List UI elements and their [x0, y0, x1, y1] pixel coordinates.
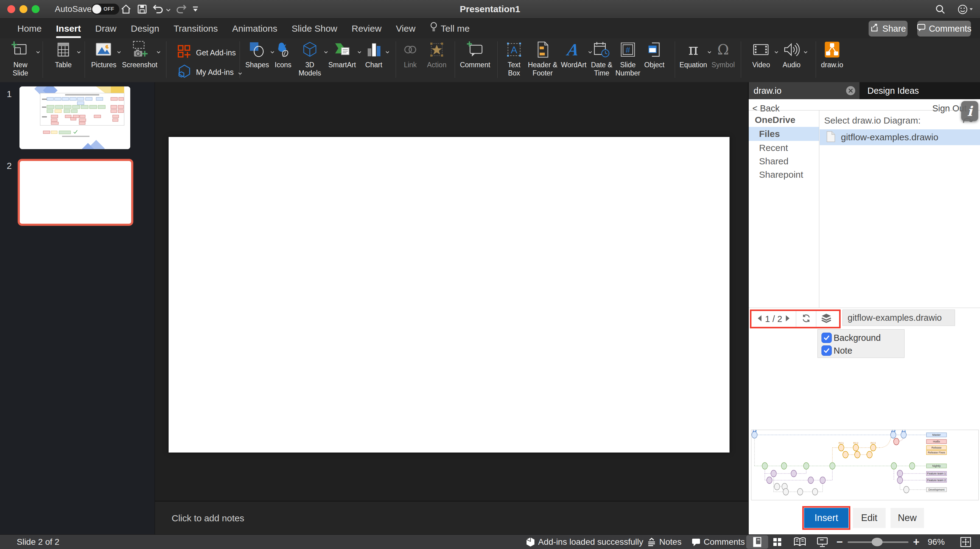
new-button[interactable]: New [891, 508, 924, 528]
notes-toggle[interactable]: Notes [647, 535, 681, 549]
zoom-slider-thumb[interactable] [872, 538, 883, 546]
info-button[interactable]: i [961, 101, 978, 121]
menu-insert[interactable]: Insert [56, 24, 81, 34]
sidebar-item-recent[interactable]: Recent [749, 141, 819, 155]
chevron-down-icon [385, 49, 390, 55]
ribbon-link-button[interactable]: Link [396, 41, 424, 69]
menu-view[interactable]: View [396, 24, 415, 34]
notes-area[interactable]: Click to add notes [154, 501, 748, 535]
ribbon-pictures-button[interactable]: Pictures [88, 41, 120, 69]
fit-slide-to-window-button[interactable] [958, 535, 973, 549]
zoom-level[interactable]: 96% [928, 535, 945, 549]
slide-2-thumbnail-selected[interactable] [18, 159, 133, 226]
layers-button[interactable] [816, 311, 836, 327]
table-icon [55, 41, 72, 60]
comments-icon [692, 538, 701, 547]
share-button[interactable]: Share [869, 21, 908, 37]
menu-transitions[interactable]: Transitions [173, 24, 218, 34]
ribbon-table-button[interactable]: Table [46, 41, 80, 69]
previous-page-icon[interactable] [757, 315, 762, 323]
menu-slide-show[interactable]: Slide Show [291, 24, 337, 34]
ribbon-equation-button[interactable]: π Equation [676, 41, 710, 69]
chart-icon [365, 41, 382, 60]
close-pane-icon[interactable] [845, 86, 856, 98]
sidebar-item-onedrive[interactable]: OneDrive [749, 113, 819, 127]
ribbon-get-add-ins-button[interactable]: Get Add-ins [177, 45, 236, 61]
note-checkbox-checked[interactable] [821, 345, 832, 356]
audio-icon [783, 41, 800, 60]
slide-sorter-view-button[interactable] [771, 535, 784, 549]
ribbon-action-button[interactable]: Action [422, 41, 451, 69]
ribbon-3d-models-button[interactable]: 3DModels [293, 41, 327, 77]
my-add-ins-icon [177, 64, 192, 80]
ribbon-header-footer-button[interactable]: Header &Footer [524, 41, 561, 77]
ribbon-screenshot-button[interactable]: Screenshot [121, 41, 159, 69]
slideshow-view-button[interactable] [815, 535, 830, 549]
menu-home[interactable]: Home [18, 24, 42, 34]
ribbon-new-slide-button[interactable]: NewSlide [2, 41, 39, 77]
lane-label: Release Fixes [928, 451, 945, 454]
normal-view-button[interactable] [746, 535, 768, 549]
menu-design[interactable]: Design [131, 24, 159, 34]
menu-tell-me[interactable]: Tell me [430, 22, 469, 35]
notes-icon [647, 538, 656, 547]
account-icon[interactable] [958, 4, 975, 16]
comment-bubble-icon [917, 23, 926, 34]
title-bar: AutoSave OFF Presentation1 [0, 0, 980, 19]
ribbon-object-button[interactable]: Object [640, 41, 669, 69]
slide-canvas[interactable] [169, 137, 730, 452]
lane-label: Hotfix [933, 440, 940, 443]
reading-view-button[interactable] [792, 535, 807, 549]
ribbon-my-add-ins-button[interactable]: My Add-ins [177, 64, 242, 80]
sidebar-item-shared[interactable]: Shared [749, 154, 819, 168]
next-page-icon[interactable] [785, 315, 790, 323]
note-option[interactable]: Note [821, 345, 852, 356]
slide-1-thumbnail[interactable] [19, 86, 130, 149]
sidebar-item-sharepoint[interactable]: Sharepoint [749, 168, 819, 182]
zoom-in-button[interactable]: + [913, 535, 920, 549]
ribbon-audio-button[interactable]: Audio [777, 41, 807, 69]
comments-button[interactable]: Comments [917, 21, 971, 37]
chevron-down-icon [803, 49, 808, 55]
zoom-out-button[interactable]: − [836, 535, 843, 549]
tab-design-ideas[interactable]: Design Ideas [859, 82, 980, 99]
share-icon [870, 23, 879, 34]
comments-toggle[interactable]: Comments [692, 535, 745, 549]
status-bar: Slide 2 of 2 Add-ins loaded successfully… [0, 535, 980, 549]
diagram-filename-field[interactable]: gitflow-examples.drawio [842, 309, 955, 326]
file-row-selected[interactable]: gitflow-examples.drawio [819, 129, 980, 145]
menu-items: Home Insert Draw Design Transitions Anim… [0, 22, 469, 35]
ribbon-chart-button[interactable]: Chart [359, 41, 388, 69]
ribbon: NewSlide Table Pictures Screenshot Get A… [0, 38, 980, 83]
edit-button[interactable]: Edit [853, 508, 886, 528]
ribbon-comment-button[interactable]: Comment [458, 41, 492, 69]
tab-drawio[interactable]: draw.io [749, 82, 859, 99]
refresh-diagram-button[interactable] [796, 311, 816, 327]
shapes-icon [249, 41, 266, 60]
header-footer-icon [535, 41, 550, 60]
ribbon-smartart-button[interactable]: SmartArt [324, 41, 360, 69]
search-icon[interactable] [935, 4, 946, 16]
ribbon-video-button[interactable]: Video [745, 41, 777, 69]
menu-animations[interactable]: Animations [232, 24, 277, 34]
diagram-preview[interactable]: 1.0 2.0 2.1 RC1 RC2 RC3 [751, 430, 979, 500]
ribbon-drawio-button[interactable]: draw.io [817, 41, 847, 69]
smartart-icon [333, 41, 351, 60]
menu-review[interactable]: Review [352, 24, 381, 34]
svg-text:π: π [689, 41, 698, 59]
lane-label: Development [928, 488, 945, 491]
lane-label: Release [931, 446, 941, 449]
wordart-icon: A [565, 41, 582, 60]
sidebar-item-files[interactable]: Files [749, 127, 819, 141]
rc-label: RC2 [853, 442, 858, 445]
ribbon-symbol-button[interactable]: Ω Symbol [710, 41, 737, 69]
menu-bar: Home Insert Draw Design Transitions Anim… [0, 19, 980, 38]
background-checkbox-checked[interactable] [821, 333, 832, 343]
background-option[interactable]: Background [821, 333, 881, 343]
insert-button[interactable]: Insert [804, 508, 848, 528]
video-icon [752, 41, 770, 60]
ribbon-wordart-button[interactable]: A WordArt [556, 41, 591, 69]
icons-duck-icon [275, 41, 291, 60]
menu-draw[interactable]: Draw [95, 24, 116, 34]
ribbon-shapes-button[interactable]: Shapes [241, 41, 273, 69]
